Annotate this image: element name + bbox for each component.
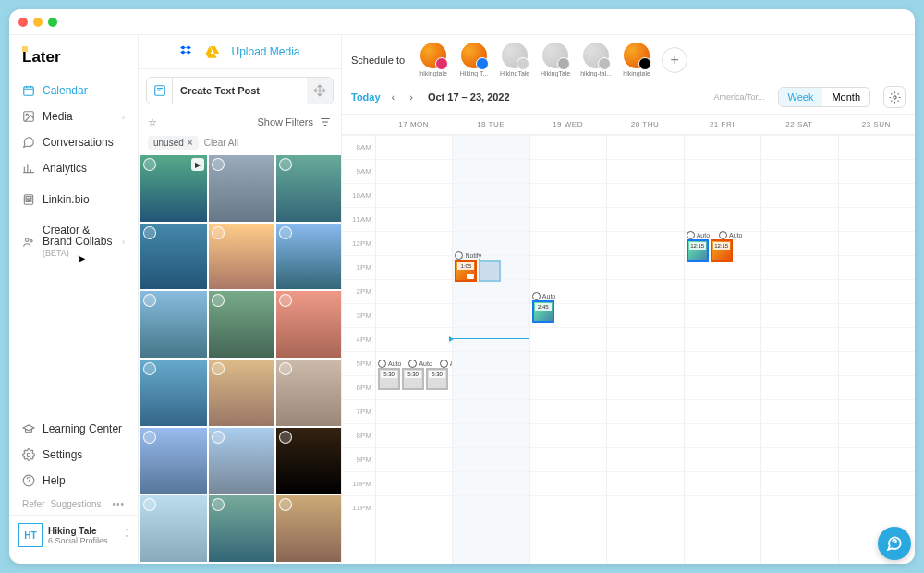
select-icon[interactable] (279, 294, 292, 307)
col-thu[interactable] (606, 135, 683, 564)
event-tue-105[interactable]: Notify 1:05 (455, 251, 501, 282)
time-slot[interactable] (685, 399, 760, 423)
move-icon[interactable] (307, 78, 333, 104)
more-icon[interactable]: ••• (112, 499, 125, 509)
time-slot[interactable] (607, 375, 683, 399)
account-switcher[interactable]: HT Hiking Tale 6 Social Profiles ˄˅ (9, 515, 138, 555)
time-slot[interactable] (761, 279, 837, 303)
calendar-settings-button[interactable] (883, 86, 906, 108)
time-slot[interactable] (607, 303, 683, 327)
time-slot[interactable] (376, 303, 452, 327)
time-slot[interactable] (839, 279, 915, 303)
nav-collabs[interactable]: Creator & Brand Collabs (BETA) › (9, 218, 138, 265)
event-card[interactable]: 12:15 (687, 239, 709, 262)
chip-remove-icon[interactable]: × (188, 138, 193, 148)
time-slot[interactable] (607, 135, 683, 159)
time-slot[interactable] (839, 135, 915, 159)
time-slot[interactable] (376, 255, 452, 279)
media-thumb[interactable]: ▶ (140, 155, 207, 222)
time-slot[interactable] (839, 495, 915, 519)
time-slot[interactable] (685, 495, 760, 519)
time-slot[interactable] (685, 471, 760, 495)
profile-pinterest[interactable]: HikingTale (536, 43, 575, 77)
select-icon[interactable] (212, 158, 225, 171)
time-slot[interactable] (685, 423, 760, 447)
time-slot[interactable] (685, 447, 760, 471)
media-thumb[interactable] (140, 495, 207, 562)
media-thumb[interactable] (276, 360, 341, 426)
nav-calendar[interactable]: Calendar (9, 78, 138, 104)
time-slot[interactable] (839, 471, 915, 495)
time-slot[interactable] (376, 231, 452, 255)
profile-instagram[interactable]: hikingtale (414, 43, 453, 77)
time-slot[interactable] (376, 447, 452, 471)
window-close[interactable] (18, 18, 28, 27)
select-icon[interactable] (279, 431, 292, 444)
time-slot[interactable] (685, 303, 760, 327)
col-sat[interactable] (760, 135, 837, 564)
time-slot[interactable] (761, 303, 837, 327)
time-slot[interactable] (607, 399, 683, 423)
select-icon[interactable] (212, 498, 225, 511)
time-slot[interactable] (530, 231, 606, 255)
time-slot[interactable] (839, 447, 915, 471)
event-wed-245[interactable]: Auto 2:45 (532, 292, 555, 323)
timezone-label[interactable]: America/Tor... (713, 92, 764, 102)
time-slot[interactable] (453, 327, 529, 351)
time-slot[interactable] (376, 495, 452, 519)
time-slot[interactable] (761, 399, 837, 423)
select-icon[interactable] (279, 498, 292, 511)
month-view-button[interactable]: Month (822, 88, 869, 106)
prev-week-button[interactable]: ‹ (388, 90, 399, 104)
dropbox-icon[interactable] (179, 44, 194, 59)
time-slot[interactable] (839, 231, 915, 255)
time-slot[interactable] (530, 183, 606, 207)
time-slot[interactable] (761, 159, 837, 183)
event-card[interactable]: 2:45 (532, 300, 554, 323)
time-slot[interactable] (453, 423, 529, 447)
media-thumb[interactable] (209, 224, 275, 290)
time-slot[interactable] (453, 399, 529, 423)
time-slot[interactable] (530, 495, 606, 519)
time-slot[interactable] (530, 375, 606, 399)
window-maximize[interactable] (48, 18, 57, 27)
media-thumb[interactable] (209, 495, 275, 562)
time-slot[interactable] (839, 375, 915, 399)
select-icon[interactable] (212, 226, 225, 239)
time-slot[interactable] (839, 159, 915, 183)
time-slot[interactable] (530, 399, 606, 423)
time-slot[interactable] (761, 375, 837, 399)
select-icon[interactable] (279, 158, 292, 171)
time-slot[interactable] (453, 447, 529, 471)
today-button[interactable]: Today (351, 91, 381, 103)
event-card[interactable]: 12:15 (711, 239, 733, 262)
time-slot[interactable] (376, 423, 452, 447)
media-thumb[interactable] (209, 360, 275, 426)
time-slot[interactable] (607, 351, 683, 375)
nav-settings[interactable]: Settings (9, 442, 138, 468)
time-slot[interactable] (530, 351, 606, 375)
time-slot[interactable] (453, 135, 529, 159)
gdrive-icon[interactable] (205, 44, 220, 59)
time-slot[interactable] (530, 255, 606, 279)
week-view-button[interactable]: Week (779, 88, 823, 106)
time-slot[interactable] (839, 423, 915, 447)
time-slot[interactable] (530, 423, 606, 447)
nav-conversations[interactable]: Conversations (9, 129, 138, 155)
time-slot[interactable] (685, 375, 760, 399)
media-thumb[interactable] (276, 428, 341, 494)
time-slot[interactable] (607, 159, 683, 183)
time-slot[interactable] (530, 135, 606, 159)
time-slot[interactable] (607, 471, 683, 495)
nav-linkinbio[interactable]: Linkin.bio (9, 187, 138, 213)
time-slot[interactable] (761, 183, 837, 207)
time-slot[interactable] (376, 183, 452, 207)
media-thumb[interactable] (140, 428, 207, 494)
time-slot[interactable] (685, 183, 760, 207)
upload-media-button[interactable]: Upload Media (231, 45, 299, 58)
time-slot[interactable] (761, 471, 837, 495)
select-icon[interactable] (143, 294, 156, 307)
time-slot[interactable] (453, 159, 529, 183)
event-card[interactable]: 5:30 (378, 368, 400, 390)
time-slot[interactable] (685, 327, 760, 351)
